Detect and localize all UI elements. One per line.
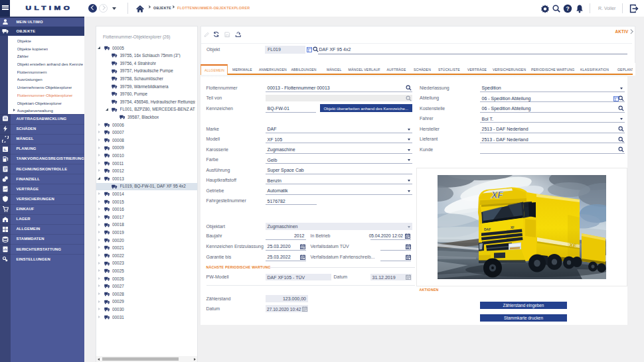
svg-text:XF: XF (511, 226, 515, 229)
svg-text:XF: XF (569, 241, 577, 249)
svg-text:DAF: DAF (484, 227, 491, 231)
svg-text:XF: XF (491, 190, 503, 200)
svg-text:?: ? (566, 5, 569, 12)
